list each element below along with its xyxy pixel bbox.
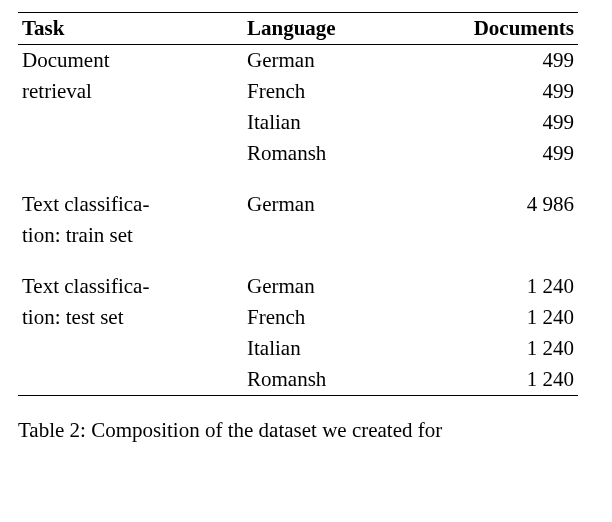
table-row: Romansh 499 [18,138,578,169]
task-cell: Text classifica- [18,271,243,302]
language-cell: Italian [243,107,423,138]
task-cell: tion: test set [18,302,243,333]
language-cell: German [243,271,423,302]
table-gap [18,251,578,271]
table-header-row: Task Language Documents [18,13,578,45]
documents-cell: 499 [423,76,578,107]
language-cell [243,220,423,251]
language-cell: French [243,302,423,333]
table-row: Text classifica- German 4 986 [18,189,578,220]
table-row: Italian 1 240 [18,333,578,364]
documents-cell: 499 [423,138,578,169]
language-cell: German [243,44,423,75]
language-cell: German [243,189,423,220]
documents-cell: 499 [423,44,578,75]
header-documents: Documents [423,13,578,45]
table-row: Document German 499 [18,44,578,75]
task-cell: Text classifica- [18,189,243,220]
header-language: Language [243,13,423,45]
language-cell: Italian [243,333,423,364]
table-caption: Table 2: Composition of the dataset we c… [18,416,578,445]
table-row: Italian 499 [18,107,578,138]
table-row: Text classifica- German 1 240 [18,271,578,302]
documents-cell: 1 240 [423,364,578,395]
dataset-table: Task Language Documents Document German … [18,12,578,396]
documents-cell: 1 240 [423,271,578,302]
documents-cell: 1 240 [423,302,578,333]
table-row: tion: train set [18,220,578,251]
language-cell: Romansh [243,364,423,395]
header-task: Task [18,13,243,45]
language-cell: French [243,76,423,107]
documents-cell: 499 [423,107,578,138]
task-cell [18,107,243,138]
task-cell: tion: train set [18,220,243,251]
task-cell [18,138,243,169]
task-cell: retrieval [18,76,243,107]
table-gap [18,169,578,189]
table-row: tion: test set French 1 240 [18,302,578,333]
table-row: retrieval French 499 [18,76,578,107]
task-cell [18,333,243,364]
table-row: Romansh 1 240 [18,364,578,395]
documents-cell: 1 240 [423,333,578,364]
documents-cell: 4 986 [423,189,578,220]
documents-cell [423,220,578,251]
task-cell: Document [18,44,243,75]
language-cell: Romansh [243,138,423,169]
task-cell [18,364,243,395]
